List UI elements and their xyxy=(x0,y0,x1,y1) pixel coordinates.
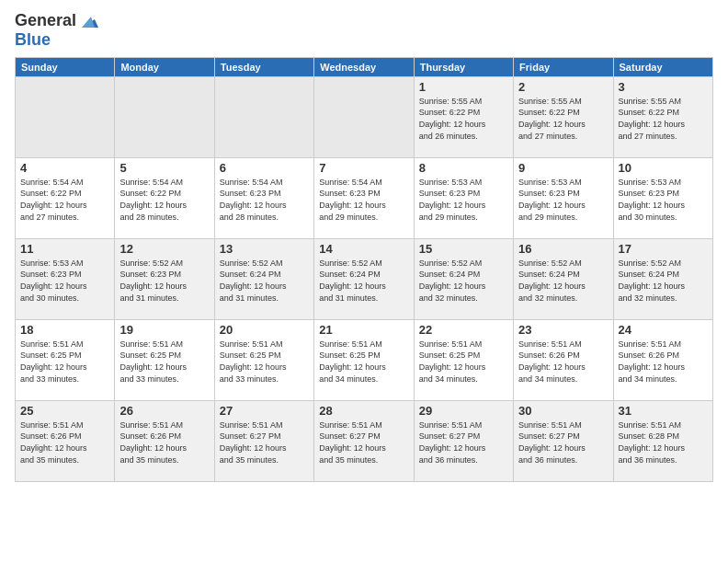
logo-blue: Blue xyxy=(15,30,51,49)
calendar-day-cell: 13Sunrise: 5:52 AM Sunset: 6:24 PM Dayli… xyxy=(214,238,313,319)
day-info: Sunrise: 5:55 AM Sunset: 6:22 PM Dayligh… xyxy=(518,96,608,142)
calendar-day-cell: 3Sunrise: 5:55 AM Sunset: 6:22 PM Daylig… xyxy=(613,76,712,157)
calendar-day-cell: 8Sunrise: 5:53 AM Sunset: 6:23 PM Daylig… xyxy=(414,157,513,238)
logo: General Blue xyxy=(15,11,98,50)
day-number: 26 xyxy=(119,404,209,418)
calendar-day-cell: 31Sunrise: 5:51 AM Sunset: 6:28 PM Dayli… xyxy=(613,400,712,481)
day-info: Sunrise: 5:53 AM Sunset: 6:23 PM Dayligh… xyxy=(619,177,708,223)
day-info: Sunrise: 5:53 AM Sunset: 6:23 PM Dayligh… xyxy=(419,177,508,223)
calendar-day-cell: 10Sunrise: 5:53 AM Sunset: 6:23 PM Dayli… xyxy=(613,157,712,238)
day-number: 13 xyxy=(220,242,309,256)
day-info: Sunrise: 5:51 AM Sunset: 6:26 PM Dayligh… xyxy=(518,339,608,385)
day-number: 24 xyxy=(619,323,708,337)
calendar-day-cell: 23Sunrise: 5:51 AM Sunset: 6:26 PM Dayli… xyxy=(514,319,613,400)
calendar-day-cell xyxy=(16,76,115,157)
calendar-day-cell: 11Sunrise: 5:53 AM Sunset: 6:23 PM Dayli… xyxy=(16,238,115,319)
day-number: 16 xyxy=(518,242,608,256)
calendar-header-row: SundayMondayTuesdayWednesdayThursdayFrid… xyxy=(16,57,713,76)
day-number: 6 xyxy=(220,161,309,175)
calendar-day-cell: 30Sunrise: 5:51 AM Sunset: 6:27 PM Dayli… xyxy=(514,400,613,481)
calendar-day-cell: 9Sunrise: 5:53 AM Sunset: 6:23 PM Daylig… xyxy=(514,157,613,238)
calendar-day-cell: 21Sunrise: 5:51 AM Sunset: 6:25 PM Dayli… xyxy=(314,319,414,400)
calendar-day-cell: 26Sunrise: 5:51 AM Sunset: 6:26 PM Dayli… xyxy=(115,400,214,481)
day-info: Sunrise: 5:53 AM Sunset: 6:23 PM Dayligh… xyxy=(20,258,109,304)
weekday-header: Sunday xyxy=(16,57,115,76)
day-number: 22 xyxy=(419,323,508,337)
day-number: 11 xyxy=(20,242,109,256)
day-info: Sunrise: 5:51 AM Sunset: 6:27 PM Dayligh… xyxy=(319,419,408,465)
page: General Blue SundayMondayTuesdayWednesda… xyxy=(0,0,728,563)
calendar-day-cell: 17Sunrise: 5:52 AM Sunset: 6:24 PM Dayli… xyxy=(613,238,712,319)
day-info: Sunrise: 5:54 AM Sunset: 6:22 PM Dayligh… xyxy=(20,177,109,223)
day-number: 7 xyxy=(319,161,408,175)
calendar-week-row: 4Sunrise: 5:54 AM Sunset: 6:22 PM Daylig… xyxy=(16,157,713,238)
day-number: 31 xyxy=(619,404,708,418)
day-info: Sunrise: 5:54 AM Sunset: 6:22 PM Dayligh… xyxy=(119,177,209,223)
day-info: Sunrise: 5:51 AM Sunset: 6:26 PM Dayligh… xyxy=(20,419,109,465)
calendar-day-cell: 24Sunrise: 5:51 AM Sunset: 6:26 PM Dayli… xyxy=(613,319,712,400)
calendar-day-cell: 16Sunrise: 5:52 AM Sunset: 6:24 PM Dayli… xyxy=(514,238,613,319)
calendar-day-cell: 15Sunrise: 5:52 AM Sunset: 6:24 PM Dayli… xyxy=(414,238,513,319)
calendar-week-row: 25Sunrise: 5:51 AM Sunset: 6:26 PM Dayli… xyxy=(16,400,713,481)
day-number: 4 xyxy=(20,161,109,175)
day-info: Sunrise: 5:51 AM Sunset: 6:27 PM Dayligh… xyxy=(518,419,608,465)
day-number: 15 xyxy=(419,242,508,256)
calendar-day-cell: 2Sunrise: 5:55 AM Sunset: 6:22 PM Daylig… xyxy=(514,76,613,157)
calendar-day-cell: 19Sunrise: 5:51 AM Sunset: 6:25 PM Dayli… xyxy=(115,319,214,400)
calendar-day-cell: 6Sunrise: 5:54 AM Sunset: 6:23 PM Daylig… xyxy=(214,157,313,238)
logo-icon xyxy=(78,11,98,31)
calendar-day-cell: 28Sunrise: 5:51 AM Sunset: 6:27 PM Dayli… xyxy=(314,400,414,481)
weekday-header: Monday xyxy=(115,57,214,76)
calendar-day-cell: 20Sunrise: 5:51 AM Sunset: 6:25 PM Dayli… xyxy=(214,319,313,400)
day-info: Sunrise: 5:51 AM Sunset: 6:25 PM Dayligh… xyxy=(319,339,408,385)
calendar-day-cell: 12Sunrise: 5:52 AM Sunset: 6:23 PM Dayli… xyxy=(115,238,214,319)
day-info: Sunrise: 5:53 AM Sunset: 6:23 PM Dayligh… xyxy=(518,177,608,223)
day-info: Sunrise: 5:51 AM Sunset: 6:26 PM Dayligh… xyxy=(619,339,708,385)
header: General Blue xyxy=(15,11,713,50)
day-info: Sunrise: 5:54 AM Sunset: 6:23 PM Dayligh… xyxy=(319,177,408,223)
weekday-header: Friday xyxy=(514,57,613,76)
day-info: Sunrise: 5:51 AM Sunset: 6:25 PM Dayligh… xyxy=(220,339,309,385)
day-number: 19 xyxy=(119,323,209,337)
day-info: Sunrise: 5:52 AM Sunset: 6:24 PM Dayligh… xyxy=(619,258,708,304)
calendar-day-cell: 22Sunrise: 5:51 AM Sunset: 6:25 PM Dayli… xyxy=(414,319,513,400)
logo-general: General xyxy=(15,12,76,30)
calendar-day-cell xyxy=(115,76,214,157)
calendar-day-cell: 5Sunrise: 5:54 AM Sunset: 6:22 PM Daylig… xyxy=(115,157,214,238)
day-number: 2 xyxy=(518,80,608,94)
day-number: 27 xyxy=(220,404,309,418)
day-info: Sunrise: 5:51 AM Sunset: 6:26 PM Dayligh… xyxy=(119,419,209,465)
calendar-day-cell: 18Sunrise: 5:51 AM Sunset: 6:25 PM Dayli… xyxy=(16,319,115,400)
day-info: Sunrise: 5:55 AM Sunset: 6:22 PM Dayligh… xyxy=(619,96,708,142)
calendar-day-cell: 25Sunrise: 5:51 AM Sunset: 6:26 PM Dayli… xyxy=(16,400,115,481)
day-info: Sunrise: 5:51 AM Sunset: 6:28 PM Dayligh… xyxy=(619,419,708,465)
calendar-week-row: 1Sunrise: 5:55 AM Sunset: 6:22 PM Daylig… xyxy=(16,76,713,157)
calendar-day-cell xyxy=(214,76,313,157)
svg-marker-1 xyxy=(82,17,95,28)
day-number: 29 xyxy=(419,404,508,418)
calendar-day-cell: 27Sunrise: 5:51 AM Sunset: 6:27 PM Dayli… xyxy=(214,400,313,481)
day-info: Sunrise: 5:51 AM Sunset: 6:25 PM Dayligh… xyxy=(419,339,508,385)
day-number: 21 xyxy=(319,323,408,337)
day-info: Sunrise: 5:55 AM Sunset: 6:22 PM Dayligh… xyxy=(419,96,508,142)
day-number: 23 xyxy=(518,323,608,337)
weekday-header: Saturday xyxy=(613,57,712,76)
weekday-header: Wednesday xyxy=(314,57,414,76)
day-info: Sunrise: 5:52 AM Sunset: 6:24 PM Dayligh… xyxy=(518,258,608,304)
day-number: 28 xyxy=(319,404,408,418)
calendar-day-cell: 7Sunrise: 5:54 AM Sunset: 6:23 PM Daylig… xyxy=(314,157,414,238)
day-number: 12 xyxy=(119,242,209,256)
day-number: 3 xyxy=(619,80,708,94)
day-number: 14 xyxy=(319,242,408,256)
calendar-table: SundayMondayTuesdayWednesdayThursdayFrid… xyxy=(15,57,713,482)
day-number: 20 xyxy=(220,323,309,337)
weekday-header: Tuesday xyxy=(214,57,313,76)
calendar-day-cell: 4Sunrise: 5:54 AM Sunset: 6:22 PM Daylig… xyxy=(16,157,115,238)
day-number: 9 xyxy=(518,161,608,175)
weekday-header: Thursday xyxy=(414,57,513,76)
day-number: 8 xyxy=(419,161,508,175)
calendar-week-row: 11Sunrise: 5:53 AM Sunset: 6:23 PM Dayli… xyxy=(16,238,713,319)
day-number: 18 xyxy=(20,323,109,337)
day-number: 10 xyxy=(619,161,708,175)
calendar-week-row: 18Sunrise: 5:51 AM Sunset: 6:25 PM Dayli… xyxy=(16,319,713,400)
